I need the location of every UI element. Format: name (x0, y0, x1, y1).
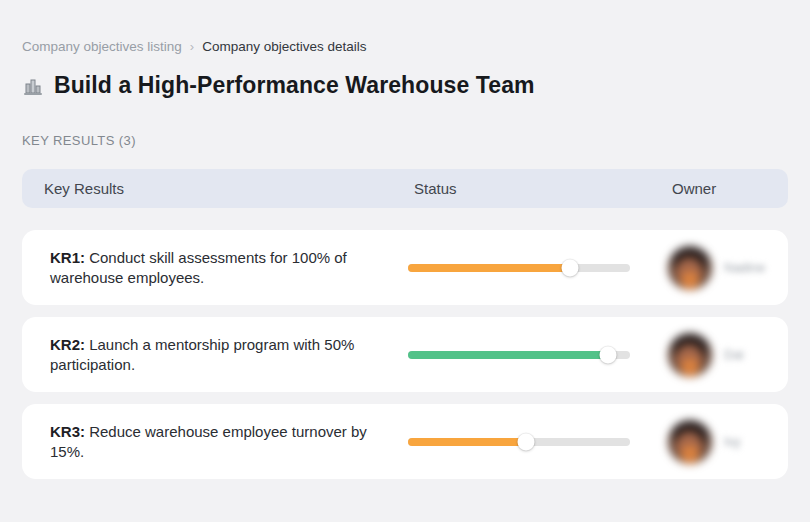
progress-slider[interactable] (408, 434, 630, 450)
kr-description: Launch a mentorship program with 50% par… (50, 336, 354, 373)
progress-fill (408, 264, 570, 272)
owner-cell: Dai (668, 333, 788, 377)
progress-knob[interactable] (562, 259, 579, 276)
key-result-row-3[interactable]: KR3: Reduce warehouse employee turnover … (22, 404, 788, 479)
key-results-list: KR1: Conduct skill assessments for 100% … (22, 230, 788, 479)
key-result-text: KR3: Reduce warehouse employee turnover … (50, 422, 368, 462)
buildings-icon (22, 75, 44, 97)
objective-title-row: Build a High-Performance Warehouse Team (22, 72, 788, 99)
progress-fill (408, 438, 526, 446)
key-result-row-2[interactable]: KR2: Launch a mentorship program with 50… (22, 317, 788, 392)
column-header-owner: Owner (672, 180, 788, 197)
page-title: Build a High-Performance Warehouse Team (54, 72, 535, 99)
owner-avatar (668, 333, 712, 377)
progress-slider[interactable] (408, 260, 630, 276)
owner-name: Dai (724, 347, 744, 362)
kr-label: KR2: (50, 336, 89, 353)
key-result-text: KR2: Launch a mentorship program with 50… (50, 335, 368, 375)
owner-name: Ivy (724, 434, 741, 449)
kr-label: KR1: (50, 249, 89, 266)
progress-knob[interactable] (599, 346, 616, 363)
key-results-section-label: KEY RESULTS (3) (22, 133, 788, 148)
progress-knob[interactable] (517, 433, 534, 450)
chevron-right-icon: › (190, 39, 194, 54)
table-header: Key Results Status Owner (22, 169, 788, 208)
owner-avatar (668, 420, 712, 464)
key-result-row-1[interactable]: KR1: Conduct skill assessments for 100% … (22, 230, 788, 305)
objective-details-page: Company objectives listing › Company obj… (0, 0, 810, 479)
breadcrumb-current-page: Company objectives details (202, 39, 366, 54)
kr-description: Conduct skill assessments for 100% of wa… (50, 249, 347, 286)
kr-label: KR3: (50, 423, 89, 440)
progress-fill (408, 351, 608, 359)
progress-slider[interactable] (408, 347, 630, 363)
owner-avatar (668, 246, 712, 290)
breadcrumb: Company objectives listing › Company obj… (22, 38, 788, 54)
kr-description: Reduce warehouse employee turnover by 15… (50, 423, 367, 460)
column-header-key-results: Key Results (44, 180, 414, 197)
breadcrumb-listing-link[interactable]: Company objectives listing (22, 39, 182, 54)
column-header-status: Status (414, 180, 672, 197)
owner-cell: Ivy (668, 420, 788, 464)
key-result-text: KR1: Conduct skill assessments for 100% … (50, 248, 368, 288)
owner-name: Nadine (724, 260, 765, 275)
owner-cell: Nadine (668, 246, 788, 290)
